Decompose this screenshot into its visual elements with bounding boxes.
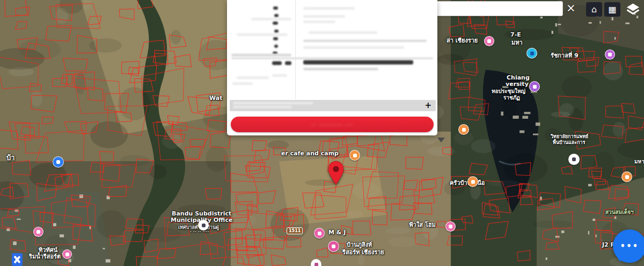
label-suan-somdet: สวนสมเด็จฯ xyxy=(605,208,634,216)
poi-hotel-west-icon[interactable] xyxy=(33,227,43,237)
poi-restaurant-krua-icon[interactable] xyxy=(467,176,478,187)
poi-white-partial-icon[interactable] xyxy=(311,259,321,266)
search-box[interactable] xyxy=(418,1,563,16)
crossed-tools-icon[interactable] xyxy=(12,253,23,266)
label-cafe-and-camp: er cafe and camp xyxy=(281,150,339,157)
label-phusing-2: รีสอร์ท เชียงราย xyxy=(342,247,384,257)
label-baan: บ้า xyxy=(6,152,15,163)
poi-glyph xyxy=(314,263,318,266)
poi-glyph xyxy=(318,232,321,235)
poi-glyph xyxy=(487,39,491,43)
popup-action-label: ·· ········· ··· xyxy=(311,121,354,128)
poi-glyph xyxy=(462,128,466,132)
map-pin-icon[interactable] xyxy=(328,161,344,185)
label-fahsai-home: ฟ้าใส โฮม xyxy=(409,220,436,229)
label-resort-2: ริมน้ำรีสอร์ต xyxy=(29,251,61,261)
layers-icon xyxy=(626,3,640,16)
poi-glyph xyxy=(572,157,576,161)
layers-button[interactable] xyxy=(626,3,640,18)
close-icon[interactable]: × xyxy=(566,2,576,15)
poi-glyph xyxy=(332,245,335,248)
popup-collapse-caret[interactable] xyxy=(437,138,445,142)
ellipsis-icon: ••• xyxy=(620,241,639,251)
label-villa-cr: ล่า เชียงราย xyxy=(447,35,478,45)
parcel-info-popup: + ·· ········· ··· xyxy=(227,0,437,135)
poi-hotel-phusing-icon[interactable] xyxy=(328,241,339,252)
search-input[interactable] xyxy=(419,2,562,16)
poi-glyph xyxy=(202,224,206,227)
label-univ-4: ราชภัฏ xyxy=(503,94,520,102)
expand-plus-button[interactable]: + xyxy=(425,101,431,110)
poi-lock-icon[interactable] xyxy=(53,156,64,168)
label-7e-thai: มหา xyxy=(511,38,523,47)
poi-store-icon[interactable] xyxy=(526,48,537,59)
label-medcollege-2: พื้นบ้านและการ xyxy=(553,139,586,146)
poi-glyph xyxy=(608,53,612,56)
popup-action-button[interactable]: ·· ········· ··· xyxy=(231,117,434,132)
poi-glyph xyxy=(625,175,629,179)
label-maha-edge: มหา xyxy=(634,157,644,166)
home-button[interactable]: ⌂ xyxy=(586,2,602,17)
grid-button[interactable]: ▦ xyxy=(604,2,620,17)
poi-hotel-villa-icon[interactable] xyxy=(484,36,494,46)
label-wat: Wat xyxy=(209,95,222,102)
poi-hotel-mj-icon[interactable] xyxy=(314,228,325,239)
poi-municipality-icon[interactable] xyxy=(198,220,209,231)
grid-icon: ▦ xyxy=(608,4,616,15)
poi-university-icon[interactable] xyxy=(529,81,540,92)
poi-attraction-camera-icon[interactable] xyxy=(605,49,615,60)
route-1511-badge: 1511 xyxy=(287,227,303,234)
poi-glyph xyxy=(530,52,534,55)
poi-school-white-icon[interactable] xyxy=(568,154,580,165)
poi-glyph xyxy=(449,225,452,228)
popup-divider xyxy=(295,0,296,99)
home-icon: ⌂ xyxy=(591,4,597,15)
chat-button[interactable]: ••• xyxy=(613,229,644,263)
poi-glyph xyxy=(56,160,60,164)
label-bandu-phone: · ·· ·· ···· xyxy=(190,229,209,234)
poi-glyph xyxy=(353,154,357,157)
label-mj: M & J xyxy=(328,229,346,236)
poi-restaurant-north-icon[interactable] xyxy=(458,124,469,135)
poi-glyph xyxy=(533,85,537,89)
poi-cafe-camp-icon[interactable] xyxy=(349,150,360,161)
popup-footer-bar: + xyxy=(230,100,436,111)
label-rachakan9: รัชกาลที่ 9 xyxy=(551,51,579,60)
poi-glyph xyxy=(471,180,475,184)
poi-cafe-east-icon[interactable] xyxy=(621,171,632,182)
poi-glyph xyxy=(36,230,40,234)
poi-home-fahsai-icon[interactable] xyxy=(445,221,456,232)
poi-hotel-resort-icon[interactable] xyxy=(62,249,72,259)
poi-glyph xyxy=(65,253,69,256)
